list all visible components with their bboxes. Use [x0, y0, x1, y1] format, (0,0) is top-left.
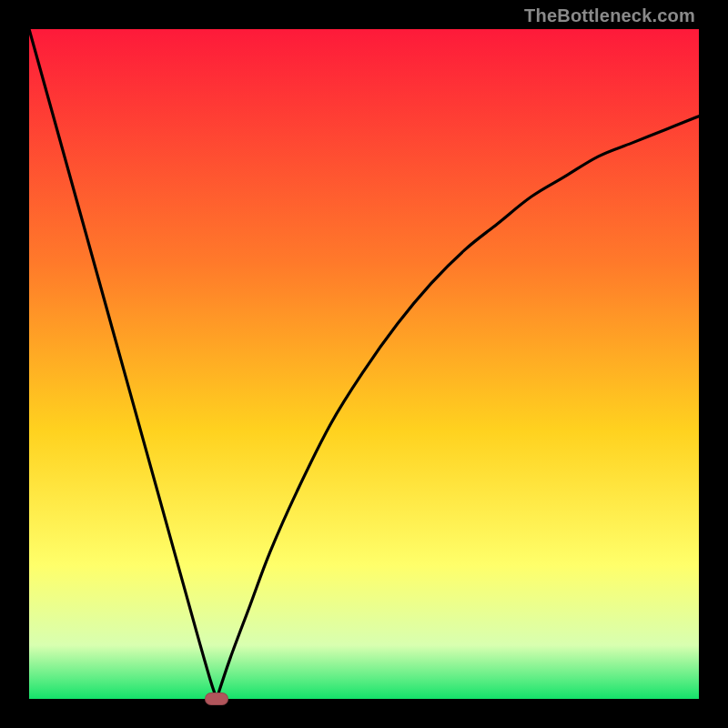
curve-right-branch — [217, 116, 699, 699]
minimum-marker — [205, 693, 228, 705]
chart-frame: TheBottleneck.com — [0, 0, 728, 728]
curve-left-branch — [29, 29, 217, 699]
bottleneck-curve — [29, 29, 699, 699]
watermark-text: TheBottleneck.com — [524, 5, 695, 26]
plot-area — [29, 29, 699, 699]
